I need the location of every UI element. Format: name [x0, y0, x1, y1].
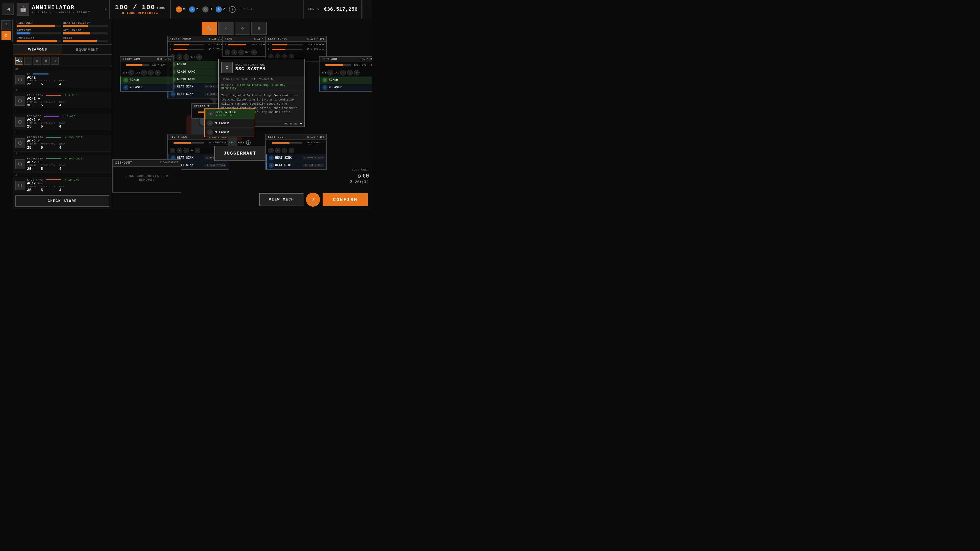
lt-armor-f: 105 / 210 [304, 43, 318, 46]
bsc-bonus: Bonuses: + 20% Ballistic Dmg, + 40 Max S… [219, 83, 304, 91]
dismount-title: DISMOUNT [115, 161, 132, 165]
tab-equipment[interactable]: EQUIPMENT [62, 45, 112, 54]
shield2-button[interactable]: ⊕ [251, 22, 267, 35]
filter-energy[interactable]: ✦ [24, 57, 32, 65]
hp-icon2: ✦ [189, 6, 195, 13]
weapon-icon-ac2-kali: ⬡ [15, 96, 25, 106]
filter-row: ALL ✦ ✺ ⊗ ◎ [13, 55, 112, 67]
mech-info-panel: ◄ 🤖 ANNIHILATOR Annihilator - ANH-1A - A… [0, 0, 110, 19]
mech-name-block: ANNIHILATOR Annihilator - ANH-1A - ASSAU… [32, 5, 101, 14]
left-torso-hp: S 105 / 105 [307, 38, 324, 40]
ll-slot-hs2[interactable]: ◈ HEAT SINK -3 Heat / Turn [266, 162, 326, 169]
confirm-button[interactable]: CONFIRM [323, 193, 368, 206]
juggernaut-role-button[interactable]: JUGGERNAUT [215, 146, 266, 161]
menu-button[interactable]: ≡ [361, 0, 372, 19]
lt-r-plus[interactable]: + [322, 48, 324, 52]
ra-armor-f: 120 / 170 [151, 64, 165, 66]
nav-tab-help[interactable]: ? [1, 21, 11, 30]
right-arm-hp: S 85 / 85 [157, 58, 171, 61]
weapon-item[interactable]: ⬡ GM AC/2 DAMAGE25 STABILITY5 HEAT4 [13, 71, 112, 88]
ll-hs-icon1: ◈ [269, 156, 274, 160]
la-plus[interactable]: + [371, 63, 372, 67]
weapon-item[interactable]: ⬡ KALI YAMA + 10 DMG. AC/2 ++ DAMAGE35 S… [13, 177, 112, 193]
rl-status-4: ⊕ [195, 148, 200, 153]
ra-mlaser-icon: ✦ [123, 85, 128, 90]
left-torso-card: LEFT TORSO S 105 / 105 F 105 / 210 −+ R … [266, 36, 327, 62]
stat-icon-zero: ◌ [202, 6, 208, 13]
weapon-item[interactable]: ⬡ KALI YAMA + 5 DMG. AC/2 + DAMAGE30 STA… [13, 92, 112, 109]
undo-button[interactable]: ↺ [306, 192, 320, 206]
left-leg-hp: S 105 / 105 [307, 136, 324, 138]
equipped-mlaser2[interactable]: ✦ M LASER [205, 128, 255, 137]
ll-status-4: ⊕ [289, 148, 294, 153]
left-leg-card: LEFT LEG S 105 / 105 120 / 210 −+ ⬡ ✦ ◌ … [266, 134, 327, 170]
filter-missile[interactable]: ⊗ [42, 57, 50, 65]
right-torso-title: RIGHT TORSO [170, 37, 191, 40]
ra-status-1: ⬡ [128, 70, 134, 76]
lt-minus[interactable]: − [319, 43, 321, 47]
left-leg-title: LEFT LEG [268, 135, 283, 138]
tonnage-value: 100 / 100 [115, 3, 155, 11]
shield-button[interactable]: ◇ [235, 22, 250, 35]
check-store-button[interactable]: CHECK STORE [15, 195, 109, 206]
la-armor-f: 120 / 170 [352, 64, 366, 66]
filter-all[interactable]: ALL [15, 57, 23, 65]
toolbar-buttons: 🔧 ✕ ◇ ⊕ [202, 22, 267, 35]
nav-tab-loadout[interactable]: ⚙ [1, 30, 11, 40]
info-button[interactable]: ℹ [229, 6, 235, 13]
mech-subname: Annihilator - ANH-1A - ASSAULT [32, 11, 101, 14]
ll-plus[interactable]: + [322, 141, 324, 145]
ra-slot-mlaser[interactable]: ✦ M LASER [121, 84, 173, 91]
weapon-group-label-3: 1 [13, 109, 112, 114]
la-slot-ac10[interactable]: ⬡ AC/10 [320, 76, 372, 84]
weapon-group-label-4: 1 [13, 130, 112, 135]
lt-plus[interactable]: + [322, 43, 324, 47]
dismount-drag-label: DRAG COMPONENTS FOR REMOVAL [113, 167, 181, 192]
left-arm-title: LEFT ARM [321, 58, 337, 61]
back-button[interactable]: ◄ [3, 3, 14, 15]
la-minus[interactable]: − [368, 63, 369, 67]
movement-stat: MOVEMENT [17, 29, 61, 35]
ll-status-2: ✦ [275, 148, 280, 153]
weapon-item[interactable]: ⬡ DEFIANCE + 2 ACC. AC/2 + DAMAGE25 STAB… [13, 114, 112, 130]
edit-icon[interactable]: ✎ [105, 7, 107, 11]
la-slot-mlaser[interactable]: ✦ M LASER [320, 84, 372, 91]
rt-status-2: ✦ [177, 54, 182, 60]
ra-status-3: ◌ [148, 70, 154, 76]
ll-slot-hs1[interactable]: ◈ HEAT SINK -3 Heat / Turn [266, 154, 326, 162]
stats-icons-bar: ⬡ 5 ✦ 5 ◌ 0 ⊕ 2 ℹ 0 / 2 ⬆ [171, 0, 304, 19]
center-torso-title: CENTER T... [194, 105, 215, 108]
weapon-manufacturer: DEFIANCE + 2 ACC. [27, 115, 109, 118]
tab-weapons[interactable]: WEAPONS [13, 45, 62, 54]
head-minus[interactable]: − [263, 43, 265, 47]
view-mech-button[interactable]: VIEW MECH [259, 193, 304, 206]
mech-area: 🔧 ✕ ◇ ⊕ 🤖 RIGHT TORSO S 105 / 105 F 105 … [112, 19, 372, 209]
weapon-stats: DAMAGE25 STABILITY5 HEAT4 [27, 79, 109, 86]
ll-minus[interactable]: − [319, 141, 321, 145]
stock-combat-role: STOCK COMBAT ROLE ℹ JUGGERNAUT [215, 140, 266, 161]
ll-hs-icon2: ◈ [269, 163, 274, 168]
stock-role-info[interactable]: ℹ [246, 140, 251, 145]
lt-r-minus[interactable]: − [319, 48, 321, 52]
dismount-header: DISMOUNT 0 COMPONENTS [113, 160, 181, 167]
ra-status-4: ⊕ [155, 70, 161, 76]
work-cost-icon: ⚙ [358, 173, 361, 179]
weapon-details: KALI YAMA + 5 DMG. AC/2 + DAMAGE30 STABI… [27, 94, 109, 107]
ra-minus[interactable]: − [166, 63, 168, 67]
ra-plus[interactable]: + [169, 63, 171, 67]
hardpoints-stat1: ⬡ 5 [176, 6, 185, 13]
tons-label: TONS [156, 6, 165, 10]
la-mlaser-icon: ✦ [322, 85, 328, 90]
weapon-item[interactable]: ⬡ FEDERATED + 25% CRIT. AC/2 + DAMAGE25 … [13, 135, 112, 151]
weapon-item[interactable]: ⬡ FEDERATED + 50% CRIT. AC/2 ++ DAMAGE25… [13, 156, 112, 173]
equipped-mlaser1[interactable]: ✦ M LASER [205, 119, 255, 128]
head-status-3: ◌ [239, 49, 244, 55]
equipped-bsc[interactable]: ⚙ BSC SYSTEM + 40 Max St... [205, 109, 255, 119]
filter-ballistic[interactable]: ✺ [33, 57, 41, 65]
filter-support[interactable]: ◎ [51, 57, 59, 65]
ra-slot-ac10[interactable]: ⬡ AC/10 [121, 76, 173, 84]
funds-block: FUNDS: €36,517,256 [304, 0, 361, 19]
cancel-button[interactable]: ✕ [218, 22, 234, 35]
rl-status-1: ⬡ [170, 148, 175, 153]
wrench-button[interactable]: 🔧 [202, 22, 217, 35]
